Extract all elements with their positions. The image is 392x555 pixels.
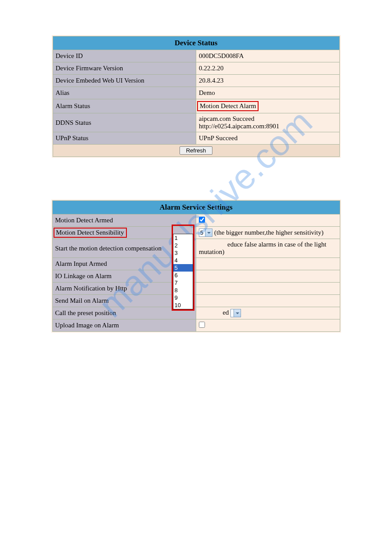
row-input-armed-value <box>196 258 340 270</box>
row-compensation-value: XXXXXXeduce false alarms in case of the … <box>196 239 340 258</box>
dropdown-option[interactable]: 9 <box>173 294 193 301</box>
device-status-header: Device Status <box>53 36 339 50</box>
row-sensibility-value: 5 (the bigger number,the higher sensitiv… <box>196 227 340 239</box>
row-alarm-label: Alarm Status <box>53 99 196 113</box>
alarm-status-highlight: Motion Detect Alarm <box>197 101 259 111</box>
sensibility-select[interactable]: 5 <box>199 229 212 237</box>
compensation-hint-tail: educe false alarms in case of the light … <box>199 241 326 255</box>
device-status-panel: Device Status Device ID 000DC5D008FA Dev… <box>52 35 341 158</box>
dropdown-option[interactable]: 4 <box>173 257 193 264</box>
row-preset-value: XXXXXed <box>196 307 340 319</box>
row-io-linkage-value <box>196 270 340 283</box>
device-status-table: Device Status Device ID 000DC5D008FA Dev… <box>53 36 340 157</box>
preset-select[interactable] <box>230 309 241 317</box>
row-device-id-label: Device ID <box>53 50 196 62</box>
alarm-settings-header: Alarm Service Settings <box>52 201 340 214</box>
dropdown-option[interactable]: 2 <box>173 242 193 249</box>
dropdown-option[interactable]: 6 <box>173 272 193 279</box>
chevron-down-icon <box>205 229 212 236</box>
alarm-settings-panel: Alarm Service Settings Motion Detect Arm… <box>51 200 341 333</box>
dropdown-option[interactable]: 3 <box>173 249 193 257</box>
row-send-mail-value <box>196 295 340 307</box>
upload-image-checkbox[interactable] <box>199 322 205 328</box>
dropdown-option[interactable]: 10 <box>173 301 193 309</box>
motion-armed-checkbox[interactable] <box>199 217 205 223</box>
row-fw-value: 0.22.2.20 <box>196 62 340 75</box>
sensibility-label-highlight: Motion Detect Sensibility <box>54 228 127 238</box>
row-upnp-value: UPnP Succeed <box>196 132 340 145</box>
dropdown-option[interactable]: 1 <box>173 234 193 242</box>
row-ddns-value: aipcam.com Succeed http://e0254.aipcam.c… <box>196 113 340 132</box>
row-alias-value: Demo <box>196 87 340 99</box>
row-alias-label: Alias <box>53 87 196 99</box>
refresh-button[interactable]: Refresh <box>180 146 213 155</box>
sensibility-dropdown[interactable]: 1 2 3 4 5 6 7 8 9 10 <box>173 234 193 309</box>
preset-value-tail: ed <box>223 309 229 316</box>
refresh-row: Refresh <box>53 145 339 157</box>
dropdown-option[interactable]: 7 <box>173 279 193 287</box>
sensibility-hint: (the bigger number,the higher sensitivit… <box>214 229 324 236</box>
row-upload-label: Upload Image on Alarm <box>52 319 196 332</box>
row-ddns-label: DDNS Status <box>53 113 196 132</box>
dropdown-option[interactable]: 8 <box>173 287 193 294</box>
row-armed-label: Motion Detect Armed <box>52 214 196 227</box>
alarm-settings-table: Alarm Service Settings Motion Detect Arm… <box>52 200 340 332</box>
row-armed-value <box>196 214 340 227</box>
dropdown-option-selected[interactable]: 5 <box>173 264 193 272</box>
row-upnp-label: UPnP Status <box>53 132 196 145</box>
row-webui-value: 20.8.4.23 <box>196 75 340 87</box>
row-webui-label: Device Embeded Web UI Version <box>53 75 196 87</box>
row-alarm-value: Motion Detect Alarm <box>196 99 340 113</box>
chevron-down-icon <box>234 309 241 317</box>
row-http-notify-value <box>196 283 340 295</box>
sensibility-select-value: 5 <box>199 229 205 236</box>
row-upload-value <box>196 319 340 332</box>
row-device-id-value: 000DC5D008FA <box>196 50 340 62</box>
row-fw-label: Device Firmware Version <box>53 62 196 75</box>
